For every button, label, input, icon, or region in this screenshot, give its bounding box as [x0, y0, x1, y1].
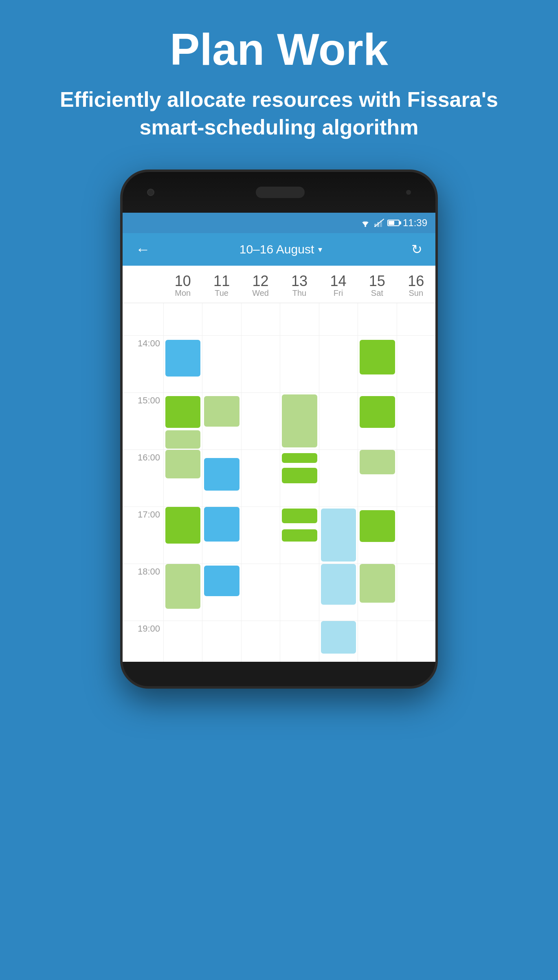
event-tue-1600-blue[interactable] — [204, 458, 239, 491]
status-bar: 11:39 — [123, 213, 435, 233]
notification-light — [406, 190, 411, 195]
day-col-mon: 10 Mon — [163, 272, 202, 300]
event-sat-1500-green[interactable] — [360, 396, 395, 428]
cell-thu-1700 — [280, 507, 319, 564]
cell-tue-1400 — [202, 336, 241, 392]
cell-sat-1400 — [358, 336, 396, 392]
event-thu-1700-green2[interactable] — [282, 529, 317, 542]
cell-sun-pre14 — [397, 303, 435, 335]
back-button[interactable]: ← — [132, 238, 154, 261]
battery-fill — [389, 221, 394, 225]
phone-mockup: 11:39 ← 10–16 August ▾ ↻ 10 Mon — [112, 170, 446, 689]
cell-sun-1900 — [397, 621, 435, 662]
event-sat-1700-green[interactable] — [360, 510, 395, 542]
cell-sat-pre14 — [358, 303, 396, 335]
status-icons: 11:39 — [360, 217, 427, 229]
event-sat-1800-light[interactable] — [360, 564, 395, 603]
cell-mon-pre14 — [163, 303, 202, 335]
cell-thu-1900 — [280, 621, 319, 662]
dropdown-arrow-icon: ▾ — [318, 244, 322, 254]
event-mon-1500-green[interactable] — [165, 396, 200, 428]
day-number-wed: 12 — [253, 274, 269, 288]
cell-sat-1700 — [358, 507, 396, 564]
time-row-1900: 19:00 — [123, 621, 435, 662]
cell-sat-1600 — [358, 450, 396, 507]
cell-sun-1500 — [397, 393, 435, 449]
cell-sun-1800 — [397, 564, 435, 621]
day-name-sun: Sun — [409, 288, 423, 298]
day-col-fri: 14 Fri — [319, 272, 358, 300]
cell-fri-1900 — [319, 621, 358, 662]
time-label-pre14 — [123, 303, 163, 335]
cell-wed-1800 — [241, 564, 280, 621]
event-thu-1600-green2[interactable] — [282, 468, 317, 483]
event-tue-1500-light[interactable] — [204, 396, 239, 427]
day-name-fri: Fri — [334, 288, 343, 298]
cell-wed-1600 — [241, 450, 280, 507]
event-tue-1700-blue[interactable] — [204, 507, 239, 542]
cell-thu-1500 — [280, 393, 319, 449]
cell-fri-1600 — [319, 450, 358, 507]
phone-screen: 11:39 ← 10–16 August ▾ ↻ 10 Mon — [123, 213, 435, 662]
time-label-1800: 18:00 — [123, 564, 163, 621]
cell-sat-1500 — [358, 393, 396, 449]
status-time: 11:39 — [403, 217, 427, 229]
cell-thu-pre14 — [280, 303, 319, 335]
day-col-sat: 15 Sat — [358, 272, 396, 300]
phone-hardware-bottom — [123, 662, 435, 686]
wifi-icon — [360, 219, 371, 227]
refresh-button[interactable]: ↻ — [408, 238, 426, 260]
cell-mon-1400 — [163, 336, 202, 392]
day-name-wed: Wed — [252, 288, 269, 298]
event-thu-1700-green1[interactable] — [282, 509, 317, 523]
front-camera — [147, 189, 154, 196]
page-title: Plan Work — [33, 24, 525, 74]
app-toolbar: ← 10–16 August ▾ ↻ — [123, 233, 435, 266]
event-fri-1900-bluelight[interactable] — [321, 621, 356, 654]
time-label-1500: 15:00 — [123, 393, 163, 449]
battery-icon — [387, 220, 400, 226]
event-tue-1800-blue[interactable] — [204, 566, 239, 596]
event-mon-1600-light[interactable] — [165, 450, 200, 478]
event-sat-1400-green[interactable] — [360, 340, 395, 374]
cell-fri-1800 — [319, 564, 358, 621]
day-name-thu: Thu — [292, 288, 306, 298]
signal-icon — [374, 219, 384, 227]
svg-point-2 — [365, 225, 366, 227]
date-range-selector[interactable]: 10–16 August ▾ — [160, 242, 402, 256]
day-name-tue: Tue — [215, 288, 228, 298]
day-col-sun: 16 Sun — [397, 272, 435, 300]
event-mon-1500-light[interactable] — [165, 430, 200, 449]
time-label-1400: 14:00 — [123, 336, 163, 392]
cell-tue-1600 — [202, 450, 241, 507]
event-mon-1700-green[interactable] — [165, 507, 200, 544]
event-thu-1500-light[interactable] — [282, 394, 317, 447]
day-name-mon: Mon — [175, 288, 191, 298]
cell-thu-1400 — [280, 336, 319, 392]
time-row-1800: 18:00 — [123, 564, 435, 621]
time-label-1700: 17:00 — [123, 507, 163, 564]
cell-wed-pre14 — [241, 303, 280, 335]
event-thu-1600-green1[interactable] — [282, 453, 317, 463]
calendar-grid: 14:00 15:00 — [123, 303, 435, 662]
event-mon-1800-light[interactable] — [165, 564, 200, 609]
cell-sun-1400 — [397, 336, 435, 392]
event-fri-1800-bluelight[interactable] — [321, 564, 356, 605]
cell-tue-1800 — [202, 564, 241, 621]
cell-wed-1500 — [241, 393, 280, 449]
time-row-1600: 16:00 — [123, 450, 435, 507]
event-sat-1600-light[interactable] — [360, 450, 395, 474]
day-col-wed: 12 Wed — [241, 272, 280, 300]
time-label-1600: 16:00 — [123, 450, 163, 507]
cell-sat-1900 — [358, 621, 396, 662]
day-number-sat: 15 — [369, 274, 385, 288]
cell-sun-1600 — [397, 450, 435, 507]
day-number-sun: 16 — [408, 274, 424, 288]
calendar-header: 10 Mon 11 Tue 12 Wed 13 Thu 14 Fri — [123, 266, 435, 303]
date-range-label: 10–16 August — [239, 242, 314, 256]
event-fri-1700-bluelight[interactable] — [321, 509, 356, 562]
time-label-1900: 19:00 — [123, 621, 163, 662]
event-mon-1400-blue[interactable] — [165, 340, 200, 377]
cell-wed-1400 — [241, 336, 280, 392]
cell-tue-1900 — [202, 621, 241, 662]
